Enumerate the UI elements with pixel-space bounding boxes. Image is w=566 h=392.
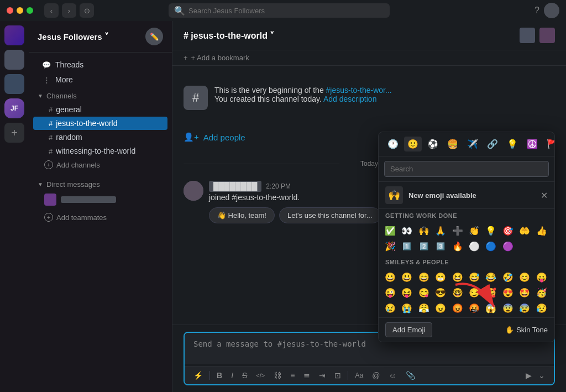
italic-button[interactable]: I xyxy=(229,370,235,381)
channel-item-witnessing[interactable]: # witnessing-to-the-world xyxy=(33,144,167,158)
emoji-tab-travel[interactable]: ✈️ xyxy=(464,137,481,151)
emoji-cell[interactable]: 3️⃣ xyxy=(433,239,448,253)
emoji-tab-symbols[interactable]: 🔗 xyxy=(484,137,501,151)
emoji-cell[interactable]: 😀 xyxy=(383,270,397,284)
list-ordered-button[interactable]: ≡ xyxy=(288,370,297,381)
emoji-cell[interactable]: 😛 xyxy=(534,270,549,284)
emoji-cell[interactable]: 1️⃣ xyxy=(400,239,414,253)
emoji-tab-recent[interactable]: 🕐 xyxy=(384,137,402,151)
emoji-cell[interactable]: 2️⃣ xyxy=(417,239,431,253)
workspace-icon-active[interactable]: JF xyxy=(4,98,24,118)
emoji-cell[interactable]: 😅 xyxy=(467,270,481,284)
emoji-cell[interactable]: 😠 xyxy=(433,301,448,315)
emoji-cell[interactable]: 😰 xyxy=(517,301,532,315)
emoji-cell[interactable]: 😍 xyxy=(501,285,515,300)
emoji-cell[interactable]: 😨 xyxy=(501,301,515,315)
skin-tone-button[interactable]: ✋ Skin Tone xyxy=(505,326,548,334)
emoji-search[interactable] xyxy=(379,156,554,182)
code-button[interactable]: </> xyxy=(254,371,267,380)
emoji-cell[interactable]: 😊 xyxy=(517,270,532,284)
emoji-cell[interactable]: 👍 xyxy=(534,223,549,238)
indent-button[interactable]: ⇥ xyxy=(317,370,328,381)
emoji-cell[interactable]: 🙌 xyxy=(417,223,431,238)
help-button[interactable]: ? xyxy=(534,6,539,15)
emoji-cell[interactable]: 🔵 xyxy=(484,239,498,253)
lightning-button[interactable]: ⚡ xyxy=(191,370,205,381)
forward-button[interactable]: › xyxy=(62,3,76,18)
emoji-button[interactable]: ☺ xyxy=(386,370,399,381)
add-workspace-button[interactable]: + xyxy=(4,123,24,143)
quick-reply-1[interactable]: 👋 Hello, team! xyxy=(209,207,275,223)
emoji-cell[interactable]: 🤩 xyxy=(517,285,532,300)
bold-button[interactable]: B xyxy=(214,370,224,381)
bookmark-bar[interactable]: + + Add a bookmark xyxy=(172,50,566,66)
channel-title[interactable]: # jesus-to-the-world ˅ xyxy=(184,30,274,41)
workspace-icon-1[interactable] xyxy=(4,25,24,45)
channel-item-jesus-to-the-world[interactable]: # jesus-to-the-world xyxy=(33,117,167,130)
channel-item-random[interactable]: # random xyxy=(33,130,167,144)
emoji-tab-flags2[interactable]: 🚩 xyxy=(543,137,554,151)
workspace-icon-2[interactable] xyxy=(4,50,24,70)
emoji-cell[interactable]: 🟣 xyxy=(501,239,515,253)
emoji-cell[interactable]: 😁 xyxy=(433,270,448,284)
minimize-button[interactable] xyxy=(17,7,23,14)
quick-reply-2[interactable]: Let's use this channel for... xyxy=(279,207,381,223)
strikethrough-button[interactable]: S xyxy=(240,370,249,381)
send-button[interactable]: ▶ xyxy=(523,370,534,381)
emoji-cell[interactable]: 😂 xyxy=(484,270,498,284)
emoji-tab-flags[interactable]: ☮️ xyxy=(523,137,541,151)
emoji-cell[interactable]: 😎 xyxy=(433,285,448,300)
emoji-tab-activity[interactable]: ⚽ xyxy=(424,137,442,151)
channels-section-header[interactable]: ▼ Channels xyxy=(29,87,172,102)
compose-button[interactable]: ✏️ xyxy=(145,28,163,45)
send-options-button[interactable]: ⌄ xyxy=(536,370,547,381)
font-button[interactable]: Aa xyxy=(353,370,365,380)
emoji-cell[interactable]: 🤓 xyxy=(450,285,465,300)
sidebar-item-threads[interactable]: 💬 Threads xyxy=(33,58,167,72)
emoji-cell[interactable]: 🥰 xyxy=(484,285,498,300)
emoji-notif-close-button[interactable]: ✕ xyxy=(541,190,548,201)
list-bullet-button[interactable]: ≣ xyxy=(301,370,312,381)
emoji-tab-objects[interactable]: 🍔 xyxy=(444,137,462,151)
add-description-link[interactable]: Add description xyxy=(323,95,377,103)
workspace-name[interactable]: Jesus Followers ˅ xyxy=(38,32,109,41)
global-search-bar[interactable]: 🔍 xyxy=(169,3,390,18)
add-emoji-button[interactable]: Add Emoji xyxy=(385,322,432,337)
dm-section-header[interactable]: ▼ Direct messages xyxy=(29,176,172,191)
workspace-icon-3[interactable] xyxy=(4,74,24,94)
emoji-cell[interactable]: 🔥 xyxy=(450,239,465,253)
emoji-cell[interactable]: 😋 xyxy=(417,285,431,300)
emoji-cell[interactable]: 🤣 xyxy=(501,270,515,284)
add-teammates-item[interactable]: + Add teammates xyxy=(29,211,172,224)
emoji-cell[interactable]: 🤲 xyxy=(517,223,532,238)
emoji-search-input[interactable] xyxy=(384,161,549,177)
emoji-cell[interactable]: 💡 xyxy=(484,223,498,238)
link-button[interactable]: ⛓ xyxy=(271,370,284,381)
emoji-cell[interactable]: ✅ xyxy=(383,223,397,238)
mention-button[interactable]: @ xyxy=(370,370,382,381)
emoji-cell[interactable]: 🎉 xyxy=(383,239,397,253)
emoji-cell[interactable]: ➕ xyxy=(450,223,465,238)
emoji-cell[interactable]: 🙏 xyxy=(433,223,448,238)
emoji-cell[interactable]: 👀 xyxy=(400,223,414,238)
code-block-button[interactable]: ⊡ xyxy=(332,370,343,381)
emoji-cell[interactable]: 😄 xyxy=(417,270,431,284)
channel-item-general[interactable]: # general xyxy=(33,103,167,116)
emoji-cell[interactable]: 🎯 xyxy=(501,223,515,238)
emoji-cell[interactable]: 😱 xyxy=(484,301,498,315)
history-button[interactable]: ⊙ xyxy=(80,3,94,18)
search-input[interactable] xyxy=(188,7,384,15)
emoji-cell[interactable]: 😢 xyxy=(383,301,397,315)
add-channels-item[interactable]: + Add channels xyxy=(29,158,172,171)
back-button[interactable]: ‹ xyxy=(44,3,59,18)
dm-item-1[interactable] xyxy=(29,191,172,208)
emoji-cell[interactable]: 😡 xyxy=(450,301,465,315)
emoji-cell[interactable]: 🤬 xyxy=(467,301,481,315)
maximize-button[interactable] xyxy=(27,7,33,14)
emoji-tab-nature[interactable]: 💡 xyxy=(504,137,521,151)
sidebar-item-more[interactable]: ⋮ More xyxy=(33,72,167,87)
emoji-cell[interactable]: 👏 xyxy=(467,223,481,238)
channel-link[interactable]: #jesus-to-the-wor... xyxy=(326,86,392,95)
emoji-cell[interactable]: 😥 xyxy=(534,301,549,315)
emoji-cell[interactable]: 😆 xyxy=(450,270,465,284)
